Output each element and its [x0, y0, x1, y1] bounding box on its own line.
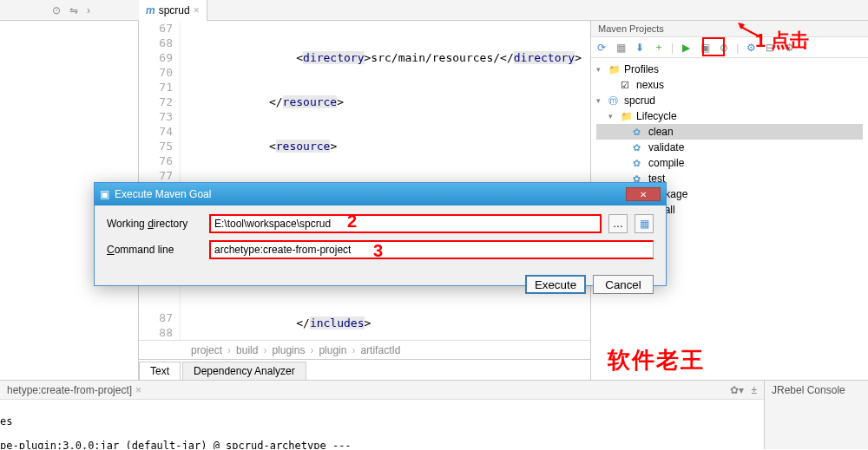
browse-button[interactable]: … — [608, 214, 628, 233]
tab-close-icon[interactable]: × — [135, 384, 141, 396]
command-line-label: Command line — [107, 244, 202, 256]
lifecycle-validate[interactable]: ✿validate — [596, 140, 863, 155]
editor-tab-spcrud[interactable]: m spcrud × — [139, 0, 207, 21]
console-pin-icon[interactable]: ± — [751, 384, 757, 396]
annotation-highlight-1 — [702, 37, 725, 56]
jrebel-console-tab[interactable]: JRebel Console — [764, 381, 868, 449]
refresh-icon[interactable]: ⟳ — [595, 41, 608, 55]
lifecycle-clean[interactable]: ✿clean — [596, 124, 863, 140]
maven-file-icon: m — [146, 4, 155, 16]
tab-close-icon[interactable]: × — [194, 4, 200, 16]
chevron-icon[interactable]: › — [87, 4, 90, 16]
forward-icon[interactable]: ⇋ — [69, 4, 78, 16]
collapse-icon[interactable]: ⊟ — [763, 41, 777, 55]
breadcrumb[interactable]: project› build› plugins› plugin› artifac… — [139, 340, 590, 359]
tab-dependency-analyzer[interactable]: Dependency Analyzer — [182, 362, 306, 380]
generate-sources-icon[interactable]: ▦ — [614, 41, 628, 55]
command-line-input[interactable] — [209, 240, 654, 259]
execute-maven-goal-dialog: ▣ Execute Maven Goal ✕ Working directory… — [94, 182, 667, 286]
dialog-icon: ▣ — [100, 188, 109, 200]
tab-filename: spcrud — [159, 4, 190, 16]
cancel-button[interactable]: Cancel — [593, 275, 654, 294]
console-tab[interactable]: hetype:create-from-project]× — [7, 384, 141, 396]
settings-icon[interactable]: ⚙ — [782, 41, 796, 55]
module-button[interactable]: ▦ — [635, 214, 654, 233]
execute-button[interactable]: Execute — [525, 275, 586, 294]
run-icon[interactable]: ▶ — [679, 41, 693, 55]
dialog-close-button[interactable]: ✕ — [626, 187, 661, 201]
working-dir-label: Working directory — [107, 218, 202, 230]
console-output[interactable]: es pe-plugin:3.0.0:jar (default-jar) @ s… — [0, 400, 764, 449]
maven-toolbar: ⟳ ▦ ⬇ ＋ | ▶ ▣ ⊘ | ⚙ ⊟ ⚙ — [591, 37, 868, 58]
back-icon[interactable]: ⊙ — [52, 4, 61, 16]
dialog-title: Execute Maven Goal — [115, 188, 211, 200]
tab-text[interactable]: Text — [139, 362, 181, 380]
working-dir-input[interactable] — [209, 214, 602, 233]
show-deps-icon[interactable]: ⚙ — [744, 41, 758, 55]
download-icon[interactable]: ⬇ — [633, 41, 647, 55]
add-icon[interactable]: ＋ — [652, 41, 666, 55]
maven-panel-title: Maven Projects — [591, 21, 868, 37]
console-settings-icon[interactable]: ✿▾ — [730, 384, 744, 396]
lifecycle-compile[interactable]: ✿compile — [596, 155, 863, 171]
